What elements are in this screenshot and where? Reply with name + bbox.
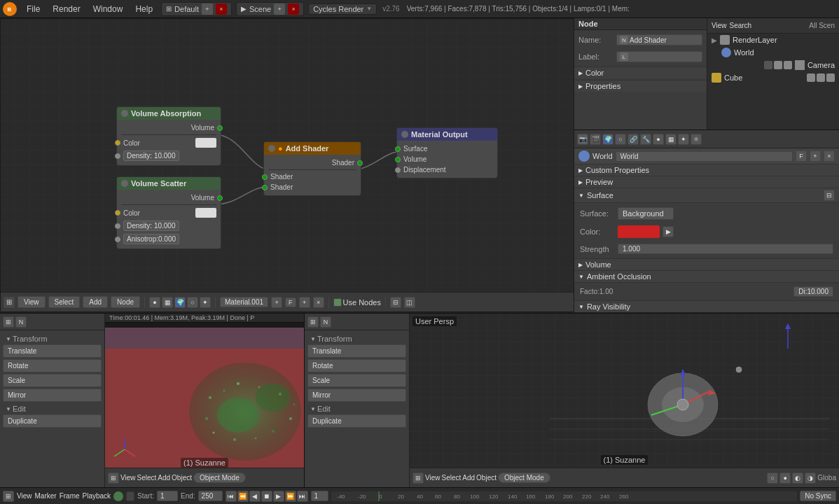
vp2-icon[interactable]: ⊞ — [412, 472, 424, 484]
toolbar-select[interactable]: Select — [48, 296, 81, 308]
material-del-icon[interactable]: × — [313, 297, 324, 308]
object-props-icon[interactable]: ○ — [615, 134, 626, 145]
search-btn[interactable]: Search — [730, 22, 752, 29]
translate-btn-1[interactable]: Translate — [3, 344, 102, 358]
panel2-icon[interactable]: ⊞ — [307, 316, 319, 328]
world-props-icon[interactable]: 🌍 — [602, 134, 613, 145]
camera-restrict2[interactable] — [784, 61, 792, 69]
outliner-item-camera[interactable]: Camera — [707, 59, 839, 71]
color-section[interactable]: ▶ Color — [574, 66, 707, 78]
vp2-shade4[interactable]: ◑ — [805, 472, 816, 484]
vp1-select[interactable]: Select — [137, 474, 157, 482]
outliner-item-cube[interactable]: Cube — [707, 71, 839, 84]
timeline-marker[interactable]: Marker — [35, 492, 57, 500]
end-input[interactable]: 250 — [198, 491, 223, 501]
world-add-btn[interactable]: + — [810, 150, 821, 162]
vp2-select[interactable]: Select — [442, 474, 462, 482]
socket-density-in[interactable] — [115, 153, 120, 159]
material-props-icon[interactable]: ● — [653, 134, 664, 145]
label-input[interactable]: L — [616, 51, 702, 62]
vp2-global[interactable]: Globa — [817, 474, 836, 482]
cube-restrict3[interactable] — [826, 74, 835, 82]
socket-vol-scat-color[interactable] — [115, 210, 120, 216]
properties-section[interactable]: ▶ Properties — [574, 80, 707, 92]
scene-props-icon[interactable]: 🎬 — [590, 134, 601, 145]
socket-volume-out[interactable] — [217, 125, 223, 131]
material-new-icon[interactable]: + — [299, 297, 310, 308]
duplicate-btn-1[interactable]: Duplicate — [3, 414, 102, 428]
vp2-shade3[interactable]: ◐ — [792, 472, 803, 484]
panel1-icon[interactable]: ⊞ — [3, 316, 14, 328]
surface-dropdown[interactable]: Background — [618, 207, 674, 220]
snap-icon[interactable]: ⊟ — [390, 297, 401, 308]
object-icon[interactable]: ○ — [187, 297, 198, 308]
material-add-icon[interactable]: + — [271, 297, 282, 308]
panel1-lock[interactable]: N — [15, 316, 27, 328]
custom-props-section[interactable]: ▶ Custom Properties — [574, 164, 839, 176]
socket-displacement-in[interactable] — [395, 167, 401, 173]
vp1-icon[interactable]: ⊞ — [108, 472, 119, 484]
ao-section-header[interactable]: ▼ Ambient Occlusion — [574, 271, 839, 283]
surface-section-header[interactable]: ▼ Surface ⊟ — [574, 188, 839, 203]
duplicate-btn-2[interactable]: Duplicate — [307, 414, 406, 428]
node-volume-scatter[interactable]: Volume Scatter Volume Color — [116, 176, 221, 249]
toolbar-node[interactable]: Node — [111, 296, 140, 308]
vp1-mode[interactable]: Object Mode — [193, 472, 246, 483]
cube-restrict2[interactable] — [817, 74, 825, 82]
vp1-view[interactable]: View — [120, 474, 136, 482]
workspace-selector[interactable]: ⊞ Default + × — [161, 2, 232, 16]
surface-expand-icon[interactable]: ⊟ — [824, 190, 835, 201]
node-volume-absorption[interactable]: Volume Absorption Volume Color — [116, 106, 221, 166]
preview-section[interactable]: ▶ Preview — [574, 176, 839, 188]
toolbar-view-icon[interactable]: ⊞ — [4, 297, 15, 308]
volume-section[interactable]: ▶ Volume — [574, 258, 839, 271]
engine-selector[interactable]: Cycles Render ▼ — [308, 4, 377, 15]
stop-btn[interactable]: ⏹ — [261, 491, 272, 502]
particle-props-icon[interactable]: ✦ — [678, 134, 689, 145]
timeline-playback[interactable]: Playback — [83, 492, 111, 500]
particle-icon[interactable]: ✦ — [200, 297, 211, 308]
scene-selector[interactable]: ▶ Scene + × — [236, 2, 304, 16]
menu-help[interactable]: Help — [130, 3, 158, 15]
world-f-btn[interactable]: F — [796, 150, 807, 162]
color-expand-icon[interactable]: ▶ — [663, 226, 674, 237]
strength-field[interactable]: 1.000 — [618, 244, 833, 254]
mirror-btn-1[interactable]: Mirror — [3, 388, 102, 402]
prev-keyframe-btn[interactable]: ⏪ — [237, 491, 249, 502]
vp2-mode[interactable]: Object Mode — [498, 472, 550, 483]
collapse-btn-scat[interactable] — [121, 180, 128, 187]
timeline-frame[interactable]: Frame — [60, 492, 80, 500]
render-icon[interactable]: ● — [149, 297, 160, 308]
use-nodes-toggle[interactable]: Use Nodes — [333, 298, 381, 307]
toolbar-view[interactable]: View — [18, 296, 46, 308]
socket-shader1-in[interactable] — [262, 174, 268, 180]
socket-vol-scat-density[interactable] — [115, 223, 120, 229]
F-slot[interactable]: F — [285, 298, 296, 307]
scat-density-field[interactable]: Density: 10.000 — [123, 220, 179, 231]
collapse-btn[interactable] — [121, 110, 128, 117]
outliner-item-renderlayer[interactable]: ▶ RenderLayer — [707, 34, 839, 46]
view-icon2[interactable]: ◫ — [404, 297, 415, 308]
scene-close[interactable]: × — [288, 4, 299, 15]
workspace-add[interactable]: + — [202, 4, 213, 15]
scale-btn-2[interactable]: Scale — [307, 374, 406, 387]
socket-volume-in[interactable] — [395, 157, 401, 162]
next-keyframe-btn[interactable]: ⏩ — [285, 491, 296, 502]
modifier-icon[interactable]: 🔧 — [640, 134, 651, 145]
translate-btn-2[interactable]: Translate — [307, 344, 406, 358]
rotate-btn-1[interactable]: Rotate — [3, 359, 102, 372]
aniso-field[interactable]: Anisotrop:0.000 — [123, 234, 179, 244]
socket-color-in[interactable] — [115, 140, 120, 146]
blender-logo[interactable]: B — [3, 2, 17, 16]
vp2-shade2[interactable]: ● — [779, 472, 791, 484]
timeline-view[interactable]: View — [17, 492, 32, 500]
timeline-icon[interactable]: ⊞ — [3, 491, 14, 502]
vp1-add[interactable]: Add — [158, 474, 170, 482]
timeline-ruler[interactable]: -40 -20 0 20 40 60 80 100 120 140 160 18… — [331, 491, 798, 501]
constraint-icon[interactable]: 🔗 — [627, 134, 639, 145]
timeline-lock[interactable] — [126, 491, 134, 501]
texture-props-icon[interactable]: ▦ — [665, 134, 677, 145]
rotate-btn-2[interactable]: Rotate — [307, 359, 406, 372]
menu-file[interactable]: File — [21, 3, 46, 15]
name-input[interactable]: N Add Shader — [616, 34, 702, 46]
